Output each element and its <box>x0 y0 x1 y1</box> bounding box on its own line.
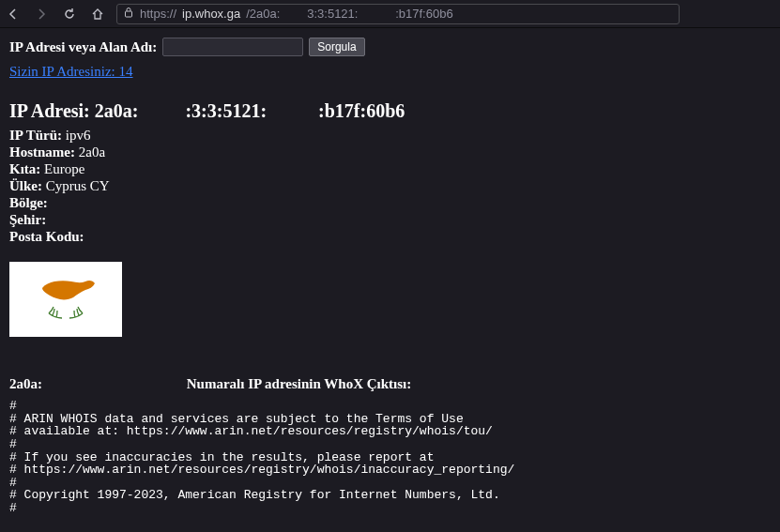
url-prefix: https:// <box>140 7 176 21</box>
query-button[interactable]: Sorgula <box>309 38 364 56</box>
postal-label: Posta Kodu: <box>9 229 84 244</box>
page-content: IP Adresi veya Alan Adı: Sorgula Sizin I… <box>0 28 780 532</box>
browser-toolbar: https://ip.whox.ga/2a0a: 3:3:5121: :b17f… <box>0 0 780 28</box>
city-label: Şehir: <box>9 212 46 227</box>
back-icon[interactable] <box>6 7 21 22</box>
ip-heading-value: 2a0a: :3:3:5121: :b17f:60b6 <box>95 100 405 121</box>
search-label: IP Adresi veya Alan Adı: <box>9 39 157 55</box>
ip-type-label: IP Türü: <box>9 128 62 143</box>
forward-icon[interactable] <box>34 7 49 22</box>
ip-search-input[interactable] <box>162 38 303 56</box>
continent-label: Kıta: <box>9 161 40 176</box>
country-label: Ülke: <box>9 178 42 193</box>
continent-value: Europe <box>44 161 84 176</box>
ip-heading-label: IP Adresi: <box>9 100 95 121</box>
region-label: Bölge: <box>9 195 48 210</box>
country-flag-cyprus <box>9 262 122 337</box>
hostname-label: Hostname: <box>9 144 75 160</box>
url-host: ip.whox.ga <box>182 7 240 21</box>
ip-heading: IP Adresi: 2a0a: :3:3:5121: :b17f:60b6 <box>9 100 771 122</box>
lock-icon <box>123 7 134 21</box>
country-value: Cyprus CY <box>46 178 110 193</box>
url-bar[interactable]: https://ip.whox.ga/2a0a: 3:3:5121: :b17f… <box>116 4 680 24</box>
whois-output: # # ARIN WHOIS data and services are sub… <box>9 400 771 532</box>
reload-icon[interactable] <box>62 7 77 22</box>
url-path: /2a0a: 3:3:5121: :b17f:60b6 <box>246 7 452 21</box>
whois-heading: 2a0a: Numaralı IP adresinin WhoX Çıktısı… <box>9 376 771 392</box>
home-icon[interactable] <box>90 7 105 22</box>
your-ip-link[interactable]: Sizin IP Adresiniz: 14 <box>9 64 133 80</box>
ip-type-value: ipv6 <box>66 128 91 143</box>
svg-rect-0 <box>126 11 132 17</box>
hostname-value: 2a0a <box>79 144 105 160</box>
